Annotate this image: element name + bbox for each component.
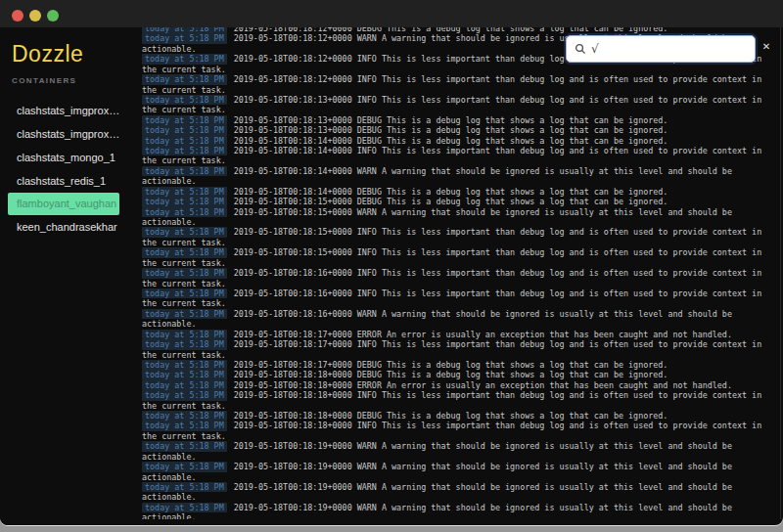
log-timestamp-badge: today at 5:18 PM <box>142 309 227 319</box>
log-message: 2019-05-18T00:18:16+0000 WARN A warning … <box>142 309 732 329</box>
search-icon <box>575 43 586 55</box>
log-entry: today at 5:18 PM2019-05-18T00:18:18+0000… <box>142 421 780 441</box>
log-message: 2019-05-18T00:18:14+0000 DEBUG This is a… <box>234 187 668 197</box>
log-entry: today at 5:18 PM2019-05-18T00:18:17+0000… <box>142 330 780 339</box>
sidebar-item-clashstats-imgprox-[interactable]: clashstats_imgprox… <box>0 99 142 122</box>
sidebar: Dozzle CONTAINERS clashstats_imgprox…cla… <box>0 27 142 525</box>
sidebar-item-clashstats-mongo-1[interactable]: clashstats_mongo_1 <box>0 146 142 169</box>
log-message: 2019-05-18T00:18:18+0000 DEBUG This is a… <box>234 411 668 421</box>
log-entry: today at 5:18 PM2019-05-18T00:18:18+0000… <box>142 380 780 390</box>
log-entry: today at 5:18 PM2019-05-18T00:18:13+0000… <box>142 95 780 115</box>
log-message: 2019-05-18T00:18:18+0000 INFO This is le… <box>142 421 761 440</box>
log-entry: today at 5:18 PM2019-05-18T00:18:15+0000… <box>142 197 780 206</box>
sidebar-item-clashstats-redis-1[interactable]: clashstats_redis_1 <box>0 169 142 193</box>
log-timestamp-badge: today at 5:18 PM <box>142 115 227 125</box>
log-entry: today at 5:18 PM2019-05-18T00:18:15+0000… <box>142 207 780 228</box>
log-message: 2019-05-18T00:18:12+0000 INFO This is le… <box>142 74 761 94</box>
log-message: 2019-05-18T00:18:18+0000 INFO This is le… <box>142 390 761 410</box>
log-message: 2019-05-18T00:18:13+0000 INFO This is le… <box>142 95 761 114</box>
log-entry: today at 5:18 PM2019-05-18T00:18:17+0000… <box>142 360 780 370</box>
log-message: 2019-05-18T00:18:12+0000 DEBUG This is a… <box>234 27 668 33</box>
log-message: 2019-05-18T00:18:15+0000 WARN A warning … <box>142 207 732 227</box>
log-entry: today at 5:18 PM2019-05-18T00:18:14+0000… <box>142 187 780 197</box>
log-entry: today at 5:18 PM2019-05-18T00:18:17+0000… <box>142 339 780 360</box>
window-close-button[interactable] <box>12 10 23 22</box>
log-message: 2019-05-18T00:18:15+0000 DEBUG This is a… <box>234 197 668 206</box>
log-entry: today at 5:18 PM2019-05-18T00:18:12+0000… <box>142 74 780 95</box>
log-timestamp-badge: today at 5:18 PM <box>142 33 227 43</box>
sidebar-item-clashstats-imgprox-[interactable]: clashstats_imgprox… <box>0 122 142 146</box>
log-timestamp-badge: today at 5:18 PM <box>142 360 227 370</box>
search-close-icon[interactable]: ✕ <box>760 40 773 54</box>
log-timestamp-badge: today at 5:18 PM <box>142 146 227 155</box>
log-timestamp-badge: today at 5:18 PM <box>142 462 227 471</box>
text-cursor-icon: √ <box>591 42 599 56</box>
log-timestamp-badge: today at 5:18 PM <box>142 136 227 146</box>
sidebar-item-keen-chandrasekhar[interactable]: keen_chandrasekhar <box>0 215 142 239</box>
app-title: Dozzle <box>12 41 142 67</box>
log-entry: today at 5:18 PM2019-05-18T00:18:19+0000… <box>142 503 780 519</box>
log-timestamp-badge: today at 5:18 PM <box>142 187 227 197</box>
log-timestamp-badge: today at 5:18 PM <box>142 339 227 349</box>
log-entry: today at 5:18 PM2019-05-18T00:18:18+0000… <box>142 411 780 421</box>
log-timestamp-badge: today at 5:18 PM <box>142 441 227 451</box>
log-entry: today at 5:18 PM2019-05-18T00:18:19+0000… <box>142 462 780 482</box>
log-timestamp-badge: today at 5:18 PM <box>142 74 227 84</box>
log-timestamp-badge: today at 5:18 PM <box>142 247 227 257</box>
log-entry: today at 5:18 PM2019-05-18T00:18:13+0000… <box>142 115 780 125</box>
log-message: 2019-05-18T00:18:19+0000 WARN A warning … <box>142 462 732 481</box>
log-timestamp-badge: today at 5:18 PM <box>142 197 227 206</box>
log-timestamp-badge: today at 5:18 PM <box>142 166 227 176</box>
container-menu: clashstats_imgprox…clashstats_imgprox…cl… <box>0 99 142 239</box>
log-message: 2019-05-18T00:18:18+0000 ERROR An error … <box>234 380 732 390</box>
log-message: 2019-05-18T00:18:15+0000 INFO This is le… <box>142 227 761 246</box>
log-message: 2019-05-18T00:18:16+0000 INFO This is le… <box>142 268 761 288</box>
log-timestamp-badge: today at 5:18 PM <box>142 370 227 379</box>
log-message: 2019-05-18T00:18:15+0000 INFO This is le… <box>142 247 761 267</box>
log-timestamp-badge: today at 5:18 PM <box>142 288 227 298</box>
log-timestamp-badge: today at 5:18 PM <box>142 503 227 512</box>
log-entry: today at 5:18 PM2019-05-18T00:18:19+0000… <box>142 482 780 503</box>
log-timestamp-badge: today at 5:18 PM <box>142 268 227 278</box>
log-entry: today at 5:18 PM2019-05-18T00:18:16+0000… <box>142 268 780 288</box>
log-timestamp-badge: today at 5:18 PM <box>142 380 227 390</box>
log-message: 2019-05-18T00:18:19+0000 WARN A warning … <box>142 503 732 519</box>
log-timestamp-badge: today at 5:18 PM <box>142 207 227 217</box>
log-message: 2019-05-18T00:18:19+0000 WARN A warning … <box>142 482 732 502</box>
log-timestamp-badge: today at 5:18 PM <box>142 421 227 430</box>
log-timestamp-badge: today at 5:18 PM <box>142 330 227 339</box>
window-minimize-button[interactable] <box>29 10 41 22</box>
log-entry: today at 5:18 PM2019-05-18T00:18:14+0000… <box>142 136 780 146</box>
log-message: 2019-05-18T00:18:17+0000 ERROR An error … <box>234 330 732 339</box>
log-message: 2019-05-18T00:18:14+0000 DEBUG This is a… <box>234 136 668 146</box>
log-message: 2019-05-18T00:18:18+0000 DEBUG This is a… <box>234 370 668 379</box>
log-entry: today at 5:18 PM2019-05-18T00:18:13+0000… <box>142 125 780 135</box>
log-entry: today at 5:18 PM2019-05-18T00:18:14+0000… <box>142 146 780 166</box>
search-input[interactable]: √ <box>566 35 756 63</box>
log-timestamp-badge: today at 5:18 PM <box>142 411 227 421</box>
log-message: 2019-05-18T00:18:19+0000 WARN A warning … <box>142 441 732 461</box>
log-entry: today at 5:18 PM2019-05-18T00:18:14+0000… <box>142 166 780 187</box>
log-entry: today at 5:18 PM2019-05-18T00:18:15+0000… <box>142 247 780 268</box>
log-entry: today at 5:18 PM2019-05-18T00:18:19+0000… <box>142 441 780 462</box>
log-entry: today at 5:18 PM2019-05-18T00:18:16+0000… <box>142 288 780 309</box>
log-entry: today at 5:18 PM2019-05-18T00:18:18+0000… <box>142 390 780 411</box>
log-entry: today at 5:18 PM2019-05-18T00:18:18+0000… <box>142 370 780 379</box>
log-entry: today at 5:18 PM2019-05-18T00:18:16+0000… <box>142 309 780 330</box>
log-entry: today at 5:18 PM2019-05-18T00:18:15+0000… <box>142 227 780 247</box>
app-window: today at 5:18 PM2019-05-18T00:18:12+0000… <box>0 0 783 525</box>
log-pane[interactable]: today at 5:18 PM2019-05-18T00:18:12+0000… <box>142 27 781 519</box>
log-message: 2019-05-18T00:18:16+0000 INFO This is le… <box>142 288 761 308</box>
log-message: 2019-05-18T00:18:17+0000 INFO This is le… <box>142 339 761 359</box>
window-zoom-button[interactable] <box>47 10 59 22</box>
sidebar-item-flamboyant-vaughan[interactable]: flamboyant_vaughan <box>8 193 119 215</box>
log-message: 2019-05-18T00:18:14+0000 WARN A warning … <box>142 166 732 186</box>
containers-section-label: CONTAINERS <box>12 76 142 85</box>
log-timestamp-badge: today at 5:18 PM <box>142 95 227 105</box>
log-timestamp-badge: today at 5:18 PM <box>142 482 227 492</box>
log-timestamp-badge: today at 5:18 PM <box>142 54 227 64</box>
log-timestamp-badge: today at 5:18 PM <box>142 390 227 400</box>
log-timestamp-badge: today at 5:18 PM <box>142 125 227 135</box>
log-message: 2019-05-18T00:18:17+0000 DEBUG This is a… <box>234 360 668 370</box>
log-timestamp-badge: today at 5:18 PM <box>142 227 227 237</box>
